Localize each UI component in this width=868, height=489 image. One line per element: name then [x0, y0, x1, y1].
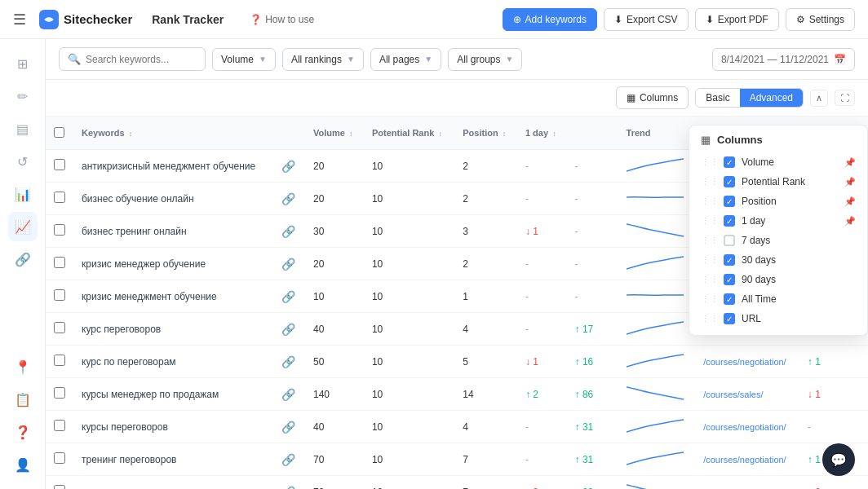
search-input[interactable] [86, 54, 197, 65]
help-link[interactable]: ❓ How to use [250, 14, 314, 25]
col-drag-7: ⋮⋮ [701, 294, 719, 305]
row-checkbox-1[interactable] [54, 192, 65, 203]
sidebar-item-graph[interactable]: 📊 [8, 179, 38, 209]
link-icon[interactable]: 🔗 [281, 258, 295, 271]
7day-value: ↑ 22 [575, 487, 610, 490]
link-icon[interactable]: 🔗 [281, 192, 295, 205]
tab-advanced[interactable]: Advanced [740, 89, 803, 107]
link-icon[interactable]: 🔗 [281, 355, 295, 368]
sidebar-item-pin[interactable]: 📍 [8, 352, 38, 381]
link-icon[interactable]: 🔗 [281, 323, 295, 336]
date-range-picker[interactable]: 8/14/2021 — 11/12/2021 📅 [712, 48, 855, 71]
trend-cell [618, 248, 696, 280]
th-volume[interactable]: Volume ↕ [305, 117, 364, 150]
download-pdf-icon: ⬇ [706, 14, 714, 25]
link-icon[interactable]: 🔗 [281, 290, 295, 303]
sidebar-item-grid[interactable]: ▤ [8, 114, 38, 143]
search-icon: 🔍 [68, 53, 81, 65]
7day-value: - [575, 291, 578, 302]
row-checkbox-4[interactable] [54, 289, 65, 301]
columns-button[interactable]: ▦ Columns [616, 86, 689, 109]
sidebar-item-refresh[interactable]: ↺ [8, 147, 38, 176]
keyword-text: курсы менеджер по продажам [82, 389, 219, 400]
export-csv-button[interactable]: ⬇ Export CSV [604, 8, 689, 31]
volume-value: 70 [313, 487, 324, 490]
link-icon[interactable]: 🔗 [281, 486, 295, 490]
col-item-all-time[interactable]: ⋮⋮✓All Time [689, 289, 867, 309]
sidebar-item-user[interactable]: 👤 [8, 450, 38, 479]
search-input-wrapper[interactable]: 🔍 [59, 47, 206, 71]
expand-button[interactable]: ⛶ [835, 90, 855, 106]
col-item-volume[interactable]: ⋮⋮✓Volume📌 [689, 152, 867, 172]
th-position[interactable]: Position ↕ [454, 117, 517, 150]
keyword-text: курсы переговоров [82, 421, 168, 433]
rankings-filter[interactable]: All rankings ▼ [282, 48, 364, 71]
col-item-1-day[interactable]: ⋮⋮✓1 day📌 [689, 211, 867, 231]
col-item-90-days[interactable]: ⋮⋮✓90 days [689, 270, 867, 289]
row-checkbox-3[interactable] [54, 257, 65, 268]
url-value: /courses/sales/ [703, 390, 763, 399]
add-keywords-button[interactable]: ⊕ Add keywords [503, 8, 597, 31]
sidebar-item-dashboard[interactable]: ⊞ [8, 49, 38, 78]
link-icon[interactable]: 🔗 [281, 421, 295, 434]
groups-filter[interactable]: All groups ▼ [448, 48, 522, 71]
pages-filter[interactable]: All pages ▼ [370, 48, 441, 71]
7day-value: ↑ 31 [575, 454, 610, 465]
topnav-actions: ⊕ Add keywords ⬇ Export CSV ⬇ Export PDF… [503, 8, 855, 31]
col-drag-5: ⋮⋮ [701, 255, 719, 266]
col-item-7-days[interactable]: ⋮⋮7 days [689, 231, 867, 250]
row-checkbox-2[interactable] [54, 224, 65, 236]
settings-button[interactable]: ⚙ Settings [786, 8, 855, 31]
trend-cell [618, 183, 696, 215]
chat-bubble[interactable]: 💬 [822, 443, 855, 476]
potential-rank-value: 10 [372, 324, 383, 335]
sidebar-item-link[interactable]: 🔗 [8, 244, 38, 274]
help-icon: ❓ [250, 14, 262, 25]
col-item-30-days[interactable]: ⋮⋮✓30 days [689, 250, 867, 270]
position-value: 1 [463, 291, 468, 302]
sidebar-item-table[interactable]: 📋 [8, 385, 38, 414]
date-range-text: 8/14/2021 — 11/12/2021 [721, 54, 829, 65]
row-checkbox-6[interactable] [54, 355, 65, 366]
keyword-text: кризис менеджер обучение [82, 258, 206, 270]
table-row: курсы менеджер по продажам🔗1401014↑ 2↑ 8… [46, 378, 868, 411]
hamburger-icon[interactable]: ☰ [13, 11, 26, 29]
th-keywords[interactable]: Keywords ↕ [73, 117, 273, 150]
position-value: 2 [463, 258, 468, 270]
link-icon[interactable]: 🔗 [281, 160, 295, 173]
col-item-url[interactable]: ⋮⋮✓URL [689, 309, 867, 328]
link-icon[interactable]: 🔗 [281, 453, 295, 466]
row-checkbox-5[interactable] [54, 322, 65, 333]
th-potential-rank[interactable]: Potential Rank ↕ [364, 117, 454, 150]
collapse-button[interactable]: ∧ [810, 90, 828, 107]
row-checkbox-10[interactable] [54, 485, 65, 489]
row-checkbox-7[interactable] [54, 387, 65, 399]
7day-value: - [575, 226, 578, 237]
tab-basic[interactable]: Basic [696, 89, 739, 107]
7day-value: ↑ 17 [575, 324, 610, 335]
sidebar-item-pencil[interactable]: ✏ [8, 82, 38, 111]
sidebar-item-chart-line[interactable]: 📈 [8, 212, 38, 241]
link-icon[interactable]: 🔗 [281, 225, 295, 238]
columns-icon: ▦ [627, 92, 636, 104]
volume-filter[interactable]: Volume ▼ [212, 48, 276, 71]
select-all-checkbox[interactable] [54, 127, 64, 138]
compare-value: - [808, 421, 811, 433]
col-item-potential-rank[interactable]: ⋮⋮✓Potential Rank📌 [689, 172, 867, 192]
url-value: /courses/negotiation/ [703, 455, 786, 465]
col-pin-1: 📌 [844, 177, 856, 187]
col-checkbox-5: ✓ [724, 254, 735, 266]
rankings-filter-label: All rankings [291, 54, 342, 65]
row-checkbox-0[interactable] [54, 159, 65, 170]
compare-value: ↓ 1 [808, 389, 860, 400]
th-7days[interactable] [567, 117, 618, 150]
link-icon[interactable]: 🔗 [281, 388, 295, 401]
sidebar-item-help[interactable]: ❓ [8, 417, 38, 447]
col-item-position[interactable]: ⋮⋮✓Position📌 [689, 192, 867, 211]
th-1day[interactable]: 1 day ↕ [517, 117, 567, 150]
row-checkbox-9[interactable] [54, 452, 65, 464]
row-checkbox-8[interactable] [54, 420, 65, 431]
trend-cell [618, 411, 696, 443]
export-pdf-button[interactable]: ⬇ Export PDF [695, 8, 779, 31]
col-checkbox-3: ✓ [724, 215, 735, 227]
